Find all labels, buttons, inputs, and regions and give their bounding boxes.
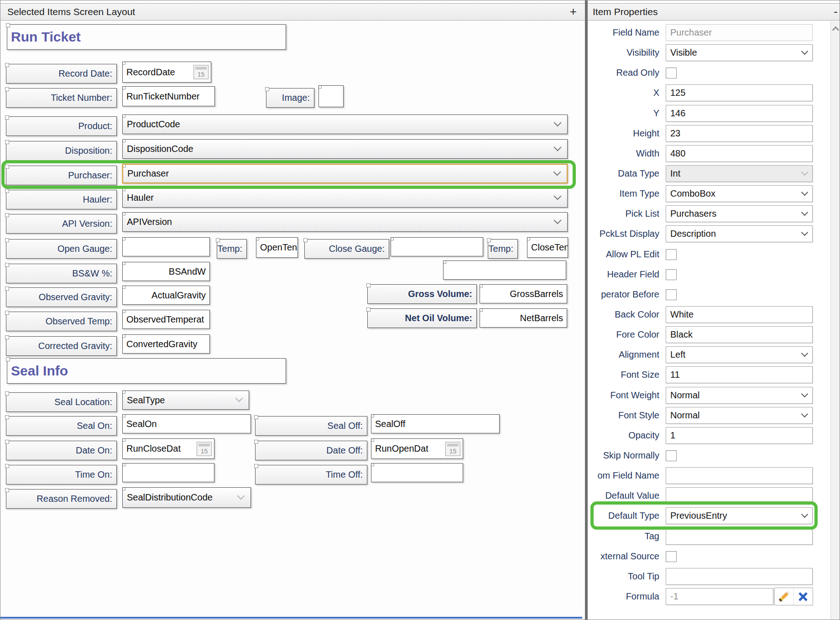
prop-input-width[interactable]: 480: [666, 145, 813, 162]
prop-input-back-color[interactable]: White: [666, 306, 813, 323]
prop-select-pick-list[interactable]: Purchasers: [666, 205, 813, 222]
api-version-combobox[interactable]: APIVersion: [122, 212, 568, 232]
gross-volume-field[interactable]: GrossBarrels: [480, 284, 567, 303]
prop-select-font-weight[interactable]: Normal: [666, 387, 813, 404]
open-temp-label[interactable]: Temp:: [217, 239, 247, 259]
product-combobox[interactable]: ProductCode: [122, 115, 568, 134]
image-box[interactable]: [318, 85, 344, 107]
seal-off-field[interactable]: SealOff: [371, 414, 500, 433]
calendar-icon[interactable]: 15: [445, 442, 460, 456]
collapse-panel-button[interactable]: -: [834, 4, 838, 19]
prop-label-data-type: Data Type: [588, 165, 659, 182]
seal-on-label[interactable]: Seal On:: [6, 416, 117, 436]
purchaser-label[interactable]: Purchaser:: [6, 166, 117, 185]
open-gauge-field[interactable]: [122, 237, 210, 256]
prop-checkbox-header-field[interactable]: [666, 269, 677, 280]
net-oil-volume-label[interactable]: Net Oil Volume:: [367, 308, 477, 328]
close-temp-label[interactable]: Temp:: [488, 239, 518, 259]
prop-label-tag: Tag: [588, 528, 659, 545]
open-temp-field[interactable]: OpenTen: [256, 237, 298, 258]
close-gauge-label[interactable]: Close Gauge:: [304, 239, 389, 259]
prop-input-default-value[interactable]: [666, 487, 813, 504]
edit-formula-pencil-icon[interactable]: [775, 588, 794, 605]
time-off-field[interactable]: [371, 463, 463, 482]
prop-checkbox-external-source[interactable]: [666, 551, 677, 562]
prop-input-y[interactable]: 146: [666, 105, 813, 122]
clear-formula-x-icon[interactable]: [794, 588, 813, 605]
gross-volume-label[interactable]: Gross Volume:: [367, 284, 477, 304]
prop-label-field-name: Field Name: [588, 24, 659, 41]
calendar-icon[interactable]: 15: [193, 65, 209, 79]
bsw-label[interactable]: BS&W %:: [6, 264, 117, 283]
api-version-label[interactable]: API Version:: [6, 214, 117, 234]
observed-gravity-field[interactable]: ActualGravity: [122, 286, 210, 305]
disposition-label[interactable]: Disposition:: [6, 141, 117, 161]
prop-select-pcklst-display[interactable]: Description: [666, 225, 813, 242]
prop-select-default-type[interactable]: PreviousEntry: [666, 507, 813, 524]
ticket-number-field[interactable]: RunTicketNumber: [122, 86, 215, 106]
vertical-scrollbar[interactable]: [830, 21, 840, 620]
prop-input-opacity[interactable]: 1: [666, 427, 813, 444]
reason-removed-combobox[interactable]: SealDistributionCode: [122, 487, 251, 508]
date-on-field[interactable]: RunCloseDat 15: [122, 438, 214, 459]
corrected-gravity-label[interactable]: Corrected Gravity:: [6, 336, 117, 356]
add-item-button[interactable]: +: [570, 4, 577, 19]
close-temp-field[interactable]: CloseTen: [527, 237, 568, 258]
prop-input-x[interactable]: 125: [666, 84, 813, 101]
prop-input-tool-tip[interactable]: [666, 568, 813, 585]
date-off-label[interactable]: Date Off:: [255, 441, 367, 460]
observed-temp-field[interactable]: ObservedTemperat: [122, 310, 210, 329]
prop-input-font-size[interactable]: 11: [666, 366, 813, 383]
reason-removed-label[interactable]: Reason Removed:: [6, 489, 117, 509]
time-on-field[interactable]: [122, 463, 214, 482]
disposition-combobox[interactable]: DispositionCode: [122, 139, 568, 159]
chevron-down-icon: [554, 216, 562, 224]
prop-input-custom-field-name[interactable]: [666, 467, 813, 484]
corrected-gravity-field[interactable]: ConvertedGravity: [122, 334, 210, 354]
image-label[interactable]: Image:: [266, 88, 314, 108]
purchaser-combobox-selected[interactable]: Purchaser: [122, 164, 568, 183]
prop-checkbox-skip-normally[interactable]: [666, 450, 677, 461]
time-on-label[interactable]: Time On:: [6, 465, 117, 485]
ticket-number-label[interactable]: Ticket Number:: [6, 88, 117, 108]
prop-select-visibility[interactable]: Visible: [666, 44, 813, 61]
prop-label-y: Y: [588, 105, 659, 122]
seal-on-field[interactable]: SealOn: [122, 414, 251, 433]
observed-temp-label[interactable]: Observed Temp:: [6, 312, 117, 331]
seal-location-label[interactable]: Seal Location:: [6, 392, 117, 412]
prop-checkbox-allow-pl-edit[interactable]: [666, 249, 677, 260]
prop-label-allow-pl-edit: Allow PL Edit: [588, 246, 659, 263]
time-off-label[interactable]: Time Off:: [255, 465, 367, 485]
bsw-extra-field[interactable]: [443, 261, 566, 280]
hauler-combobox[interactable]: Hauler: [122, 188, 568, 208]
date-on-label[interactable]: Date On:: [6, 441, 117, 460]
prop-label-alignment: Alignment: [588, 346, 659, 363]
run-ticket-section-header[interactable]: Run Ticket: [7, 24, 286, 50]
prop-input-height[interactable]: 23: [666, 125, 813, 142]
prop-input-field-name[interactable]: Purchaser: [666, 24, 813, 41]
prop-input-formula[interactable]: -1: [666, 588, 773, 605]
prop-select-font-style[interactable]: Normal: [666, 407, 813, 424]
date-off-field[interactable]: RunOpenDat 15: [371, 438, 463, 459]
observed-gravity-label[interactable]: Observed Gravity:: [6, 287, 117, 307]
prop-checkbox-operator-before[interactable]: [666, 289, 677, 300]
hauler-label[interactable]: Hauler:: [6, 190, 117, 209]
prop-select-alignment[interactable]: Left: [666, 346, 813, 363]
record-date-label[interactable]: Record Date:: [6, 64, 117, 83]
open-gauge-label[interactable]: Open Gauge:: [6, 239, 117, 259]
scroll-up-icon[interactable]: [832, 26, 840, 34]
prop-select-item-type[interactable]: ComboBox: [666, 185, 813, 202]
prop-input-fore-color[interactable]: Black: [666, 326, 813, 343]
calendar-icon[interactable]: 15: [197, 442, 212, 456]
properties-panel-titlebar: Item Properties -: [588, 3, 840, 21]
prop-input-tag[interactable]: [666, 528, 813, 545]
close-gauge-field[interactable]: [391, 237, 483, 256]
prop-checkbox-read-only[interactable]: [666, 68, 677, 78]
record-date-field[interactable]: RecordDate 15: [122, 62, 211, 83]
product-label[interactable]: Product:: [6, 116, 117, 136]
seal-off-label[interactable]: Seal Off:: [255, 416, 367, 436]
seal-info-section-header[interactable]: Seal Info: [7, 358, 286, 384]
bsw-field[interactable]: BSAndW: [122, 262, 210, 281]
net-oil-volume-field[interactable]: NetBarrels: [480, 308, 567, 328]
seal-location-combobox[interactable]: SealType: [122, 391, 249, 410]
